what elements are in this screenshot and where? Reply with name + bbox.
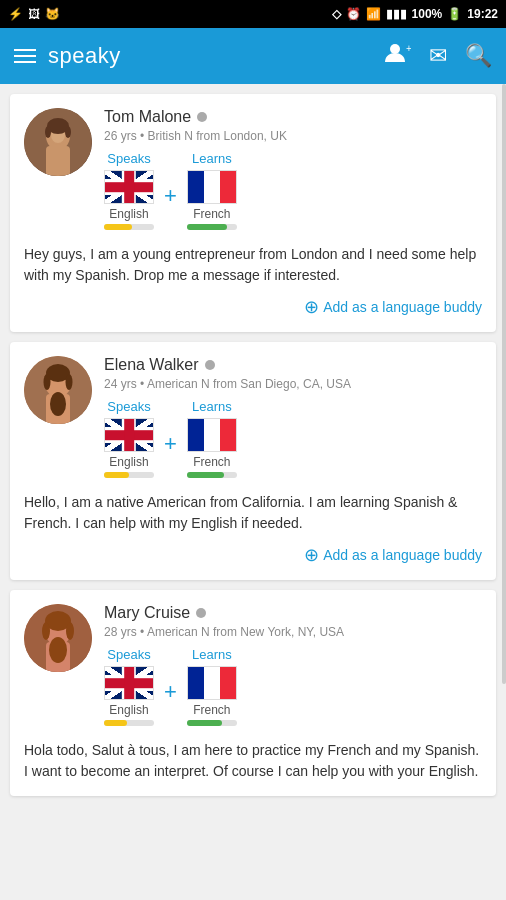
learns-progress-wrap-elena bbox=[187, 472, 237, 478]
plus-icon-mary: + bbox=[164, 679, 177, 705]
speaks-lang-elena: English bbox=[109, 455, 148, 469]
user-card-tom-malone: Tom Malone 26 yrs • British N from Londo… bbox=[10, 94, 496, 332]
flag-uk-mary bbox=[104, 666, 154, 700]
search-icon[interactable]: 🔍 bbox=[465, 43, 492, 69]
scrollbar[interactable] bbox=[502, 84, 506, 684]
avatar-mary bbox=[24, 604, 92, 672]
card-header-tom: Tom Malone 26 yrs • British N from Londo… bbox=[24, 108, 482, 234]
speaks-progress-elena bbox=[104, 472, 129, 478]
speaks-group-mary: Speaks English bbox=[104, 647, 154, 726]
language-section-mary: Speaks English + bbox=[104, 647, 482, 726]
flag-fr-white-e bbox=[204, 419, 220, 451]
status-bar: ⚡ 🖼 🐱 ◇ ⏰ 📶 ▮▮▮ 100% 🔋 19:22 bbox=[0, 0, 506, 28]
add-buddy-icon-tom: ⊕ bbox=[304, 296, 319, 318]
app-title: speaky bbox=[48, 43, 121, 69]
nav-right: + ✉ 🔍 bbox=[385, 42, 492, 70]
signal-bars-icon: ▮▮▮ bbox=[386, 7, 407, 21]
add-buddy-text-tom: Add as a language buddy bbox=[323, 299, 482, 315]
content-area: Tom Malone 26 yrs • British N from Londo… bbox=[0, 84, 506, 806]
speaks-label-mary: Speaks bbox=[107, 647, 150, 662]
flag-fr-red-e bbox=[220, 419, 236, 451]
learns-group-elena: Learns French bbox=[187, 399, 237, 478]
svg-point-23 bbox=[66, 622, 74, 640]
battery-text: 100% bbox=[412, 7, 443, 21]
svg-point-22 bbox=[42, 622, 50, 640]
bio-mary: Hola todo, Salut à tous, I am here to pr… bbox=[24, 740, 482, 782]
flag-fr-white-m bbox=[204, 667, 220, 699]
flag-uk-elena bbox=[104, 418, 154, 452]
learns-lang-mary: French bbox=[193, 703, 230, 717]
svg-text:+: + bbox=[406, 43, 411, 54]
plus-icon-elena: + bbox=[164, 431, 177, 457]
diamond-icon: ◇ bbox=[332, 7, 341, 21]
learns-group-tom: Learns French bbox=[187, 151, 237, 230]
speaks-lang-tom: English bbox=[109, 207, 148, 221]
speaks-label-tom: Speaks bbox=[107, 151, 150, 166]
learns-lang-elena: French bbox=[193, 455, 230, 469]
card-header-mary: Mary Cruise 28 yrs • American N from New… bbox=[24, 604, 482, 730]
status-left-icons: ⚡ 🖼 🐱 bbox=[8, 7, 60, 21]
page-wrapper: ⚡ 🖼 🐱 ◇ ⏰ 📶 ▮▮▮ 100% 🔋 19:22 speaky bbox=[0, 0, 506, 806]
svg-point-16 bbox=[66, 374, 73, 390]
svg-point-17 bbox=[50, 392, 66, 416]
card-header-elena: Elena Walker 24 yrs • American N from Sa… bbox=[24, 356, 482, 482]
plus-icon-tom: + bbox=[164, 183, 177, 209]
speaks-group-elena: Speaks English bbox=[104, 399, 154, 478]
user-info-mary: Mary Cruise 28 yrs • American N from New… bbox=[104, 604, 482, 730]
online-status-elena bbox=[205, 360, 215, 370]
user-info-tom: Tom Malone 26 yrs • British N from Londo… bbox=[104, 108, 482, 234]
language-section-elena: Speaks English + bbox=[104, 399, 482, 478]
hamburger-menu[interactable] bbox=[14, 49, 36, 63]
cat-icon: 🐱 bbox=[45, 7, 60, 21]
svg-point-10 bbox=[65, 126, 71, 138]
status-right-icons: ◇ ⏰ 📶 ▮▮▮ 100% 🔋 19:22 bbox=[332, 7, 498, 21]
image-icon: 🖼 bbox=[28, 7, 40, 21]
add-user-icon[interactable]: + bbox=[385, 42, 411, 70]
usb-icon: ⚡ bbox=[8, 7, 23, 21]
learns-progress-elena bbox=[187, 472, 225, 478]
add-buddy-button-elena[interactable]: ⊕ Add as a language buddy bbox=[304, 544, 482, 566]
add-buddy-button-tom[interactable]: ⊕ Add as a language buddy bbox=[304, 296, 482, 318]
speaks-group-tom: Speaks English bbox=[104, 151, 154, 230]
svg-point-0 bbox=[390, 44, 400, 54]
user-info-elena: Elena Walker 24 yrs • American N from Sa… bbox=[104, 356, 482, 482]
user-meta-mary: 28 yrs • American N from New York, NY, U… bbox=[104, 625, 482, 639]
user-name-mary: Mary Cruise bbox=[104, 604, 190, 622]
svg-point-9 bbox=[45, 126, 51, 138]
hamburger-line-1 bbox=[14, 49, 36, 51]
battery-icon: 🔋 bbox=[447, 7, 462, 21]
user-name-row-tom: Tom Malone bbox=[104, 108, 482, 126]
learns-label-tom: Learns bbox=[192, 151, 232, 166]
speaks-progress-wrap-tom bbox=[104, 224, 154, 230]
user-card-mary-cruise: Mary Cruise 28 yrs • American N from New… bbox=[10, 590, 496, 796]
messages-icon[interactable]: ✉ bbox=[429, 43, 447, 69]
flag-vcross bbox=[124, 171, 134, 203]
speaks-progress-wrap-mary bbox=[104, 720, 154, 726]
top-nav: speaky + ✉ 🔍 bbox=[0, 28, 506, 84]
flag-vcross-m bbox=[124, 667, 134, 699]
flag-fr-blue-m bbox=[188, 667, 204, 699]
learns-progress-mary bbox=[187, 720, 222, 726]
speaks-lang-mary: English bbox=[109, 703, 148, 717]
svg-point-15 bbox=[44, 374, 51, 390]
user-name-row-elena: Elena Walker bbox=[104, 356, 482, 374]
learns-label-elena: Learns bbox=[192, 399, 232, 414]
flag-fr-mary bbox=[187, 666, 237, 700]
speaks-progress-mary bbox=[104, 720, 127, 726]
time-display: 19:22 bbox=[467, 7, 498, 21]
add-buddy-tom: ⊕ Add as a language buddy bbox=[24, 296, 482, 318]
avatar-elena bbox=[24, 356, 92, 424]
flag-fr-blue bbox=[188, 171, 204, 203]
user-name-row-mary: Mary Cruise bbox=[104, 604, 482, 622]
language-section-tom: Speaks English + bbox=[104, 151, 482, 230]
learns-progress-tom bbox=[187, 224, 227, 230]
speaks-progress-wrap-elena bbox=[104, 472, 154, 478]
flag-fr-white bbox=[204, 171, 220, 203]
user-meta-elena: 24 yrs • American N from San Diego, CA, … bbox=[104, 377, 482, 391]
online-status-mary bbox=[196, 608, 206, 618]
user-name-tom: Tom Malone bbox=[104, 108, 191, 126]
learns-progress-wrap-mary bbox=[187, 720, 237, 726]
speaks-progress-tom bbox=[104, 224, 132, 230]
user-name-elena: Elena Walker bbox=[104, 356, 199, 374]
speaks-label-elena: Speaks bbox=[107, 399, 150, 414]
